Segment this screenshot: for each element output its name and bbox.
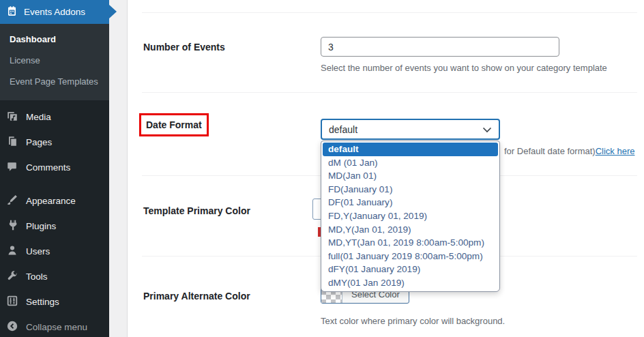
- option-full[interactable]: full(01 January 2019 8:00am-5:00pm): [323, 250, 498, 263]
- sidebar-item-tools[interactable]: Tools: [0, 264, 109, 289]
- media-icon: [6, 110, 18, 124]
- calendar-icon: [6, 5, 18, 19]
- sidebar-item-settings[interactable]: Settings: [0, 289, 109, 314]
- click-here-link[interactable]: Click here: [596, 146, 635, 156]
- sidebar-item-dashboard[interactable]: Dashboard: [0, 29, 109, 50]
- menu-label: Settings: [26, 297, 59, 307]
- template-primary-color-label: Template Primary Color: [143, 205, 250, 216]
- users-icon: [6, 244, 18, 259]
- sidebar-item-license[interactable]: License: [0, 50, 109, 71]
- sidebar-item-appearance[interactable]: Appearance: [0, 188, 109, 214]
- sidebar-item-users[interactable]: Users: [0, 239, 109, 264]
- date-format-help-fragment: for Default date format): [504, 146, 596, 156]
- primary-alternate-color-help: Text color where primary color will back…: [321, 316, 505, 326]
- sidebar-active-label: Events Addons: [24, 7, 85, 17]
- option-default[interactable]: default: [323, 143, 498, 156]
- option-fd[interactable]: FD(January 01): [323, 183, 498, 196]
- date-format-option-list: default dM (01 Jan) MD(Jan 01) FD(Januar…: [321, 141, 500, 292]
- divider: [142, 92, 637, 93]
- wordpress-admin-page: Events Addons Dashboard License Event Pa…: [0, 0, 644, 337]
- settings-icon: [6, 295, 18, 309]
- comments-icon: [6, 160, 18, 175]
- option-mdyt[interactable]: MD,YT(Jan 01, 2019 8:00am-5:00pm): [323, 236, 498, 250]
- date-format-help: for Default date format)Click here: [504, 146, 634, 156]
- sidebar-item-event-page-templates[interactable]: Event Page Templates: [0, 71, 109, 92]
- sidebar-item-pages[interactable]: Pages: [0, 130, 109, 155]
- sidebar-item-media[interactable]: Media: [0, 104, 109, 130]
- option-mdy[interactable]: MD,Y(Jan 01, 2019): [323, 223, 498, 237]
- option-dfy[interactable]: dFY(01 January 2019): [323, 263, 498, 276]
- number-of-events-help: Select the number of events you want to …: [321, 63, 607, 73]
- primary-alternate-color-label: Primary Alternate Color: [143, 291, 250, 302]
- menu-label: Media: [26, 112, 51, 122]
- chevron-down-icon: [482, 124, 492, 135]
- admin-menu: Media Pages Comments Appearance Plugins …: [0, 100, 109, 337]
- menu-label: Appearance: [26, 196, 76, 206]
- divider: [142, 12, 637, 13]
- option-dm[interactable]: dM (01 Jan): [323, 156, 498, 170]
- sidebar-item-collapse-menu[interactable]: Collapse menu: [0, 314, 109, 337]
- menu-label: Users: [26, 246, 50, 257]
- date-format-selected-value: default: [329, 124, 357, 135]
- menu-label: Pages: [26, 137, 52, 147]
- date-format-label: Date Format: [146, 119, 202, 130]
- option-dmy[interactable]: dMY(01 Jan 2019): [323, 276, 498, 290]
- events-addons-submenu: Dashboard License Event Page Templates: [0, 24, 109, 100]
- menu-label: Plugins: [26, 221, 56, 231]
- pages-icon: [6, 135, 18, 149]
- collapse-icon: [6, 320, 18, 334]
- date-format-select[interactable]: default: [321, 119, 500, 140]
- tools-icon: [6, 269, 18, 284]
- menu-label: Collapse menu: [26, 322, 87, 332]
- number-of-events-input[interactable]: [321, 37, 559, 57]
- current-menu-arrow: [109, 5, 117, 18]
- option-fdy[interactable]: FD,Y(January 01, 2019): [323, 209, 498, 223]
- plugins-icon: [6, 219, 18, 233]
- date-format-annotation-box: Date Format: [139, 113, 209, 136]
- number-of-events-label: Number of Events: [143, 42, 225, 53]
- sidebar-item-comments[interactable]: Comments: [0, 155, 109, 180]
- menu-label: Comments: [26, 162, 70, 173]
- option-md[interactable]: MD(Jan 01): [323, 169, 498, 183]
- sidebar-item-events-addons[interactable]: Events Addons: [0, 0, 109, 24]
- sidebar-item-plugins[interactable]: Plugins: [0, 214, 109, 239]
- admin-sidebar: Events Addons Dashboard License Event Pa…: [0, 0, 109, 337]
- menu-label: Tools: [26, 272, 48, 282]
- appearance-icon: [6, 194, 18, 208]
- option-df[interactable]: DF(01 January): [323, 196, 498, 209]
